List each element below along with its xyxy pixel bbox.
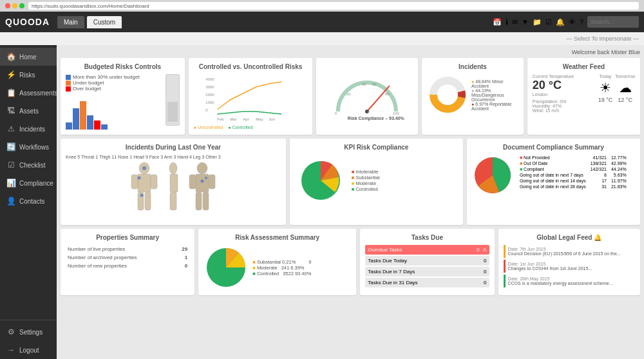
svg-rect-37: [189, 175, 196, 189]
checklist-icon[interactable]: ☑: [545, 18, 552, 26]
folder-icon[interactable]: 📁: [533, 18, 542, 26]
doc-row-outofdate: ■ Out Of Date 138/321 42.99%: [518, 160, 629, 166]
feed-item-2: Date: 26th May 2015 CCOS is a mandatory …: [504, 275, 636, 287]
kpi-legend-substantial: ■ Substantial: [352, 175, 380, 180]
incidents-donut-svg: [427, 74, 469, 116]
search-input[interactable]: [587, 16, 639, 28]
incidents-card: Incidents ● 48.84% Minor Accident: [422, 58, 524, 135]
sidebar-item-assets[interactable]: 🏗 Assets: [0, 102, 57, 120]
tab-custom[interactable]: Custom: [87, 16, 122, 28]
bell-icon[interactable]: 🔔: [556, 18, 565, 26]
controlled-vs-title: Controlled vs. Uncontrolled Risks: [194, 63, 308, 70]
doc-row-compliant: ■ Compliant 142/321 44.24%: [518, 166, 629, 172]
eye-icon[interactable]: 👁: [569, 18, 576, 26]
kpi-legend-controlled: ■ Controlled: [352, 186, 380, 192]
dashboard-row3: Properties Summary Number of live proper…: [61, 229, 640, 295]
task-31days[interactable]: Tasks Due in 31 Days 0: [365, 278, 489, 287]
body-front-svg: [129, 162, 160, 220]
sidebar-item-compliance[interactable]: 📊 Compliance: [0, 174, 57, 192]
incidents-icon: ⚠: [6, 124, 15, 133]
workflows-icon: 🔄: [6, 142, 15, 151]
maximize-dot[interactable]: [19, 3, 24, 8]
welcome-bar: Welcome back Mister Blue: [61, 49, 640, 55]
sidebar-item-settings[interactable]: ⚙ Settings: [0, 323, 57, 341]
task-today[interactable]: Tasks Due Today 0: [365, 256, 489, 266]
url-bar[interactable]: https://sudo.quoodasandbox.com/Home/Dash…: [28, 2, 639, 10]
svg-text:May: May: [256, 117, 263, 121]
svg-text:40: 40: [362, 82, 366, 86]
risk-assessment-title: Risk Assessment Summary: [204, 234, 351, 241]
sidebar-item-logout[interactable]: → Logout: [0, 341, 57, 359]
svg-rect-25: [131, 175, 138, 189]
sidebar-item-workflows[interactable]: 🔄 Workflows: [0, 138, 57, 156]
properties-card: Properties Summary Number of live proper…: [61, 229, 194, 295]
help-icon[interactable]: ?: [580, 18, 583, 26]
body-back-svg: [187, 162, 218, 220]
svg-rect-39: [196, 192, 202, 210]
sidebar-item-checklist[interactable]: ☑ Checklist: [0, 156, 57, 174]
svg-text:Jun: Jun: [269, 117, 275, 121]
checklist-icon: ☑: [6, 160, 15, 170]
sidebar-item-contacts[interactable]: 👤 Contacts: [0, 192, 57, 210]
svg-text:Risk Compliance – 93.40%: Risk Compliance – 93.40%: [348, 116, 405, 121]
svg-text:0: 0: [205, 108, 208, 112]
sidebar-item-risks[interactable]: ⚡ Risks: [0, 66, 57, 84]
minimize-dot[interactable]: [12, 3, 17, 8]
browser-chrome: https://sudo.quoodasandbox.com/Home/Dash…: [0, 0, 644, 12]
uncontrolled-legend: ● Uncontrolled: [194, 125, 223, 130]
risk-row-controlled: ■ Controlled 3522 93.40%: [252, 271, 311, 277]
gauge-svg: 0 20 40 60 80 100 Risk Compliance – 93.4…: [321, 63, 413, 121]
task-overdue[interactable]: Overdue Tasks 0 ⚠: [365, 245, 489, 255]
document-compliance-title: Document Compliance Summary: [472, 144, 635, 151]
calendar-icon[interactable]: 📅: [493, 18, 502, 26]
incidents-year-card: Incidents During Last One Year Knee 5 Th…: [61, 139, 286, 225]
filter-icon[interactable]: ▼: [522, 18, 529, 26]
svg-text:4000: 4000: [205, 77, 214, 81]
task-7days[interactable]: Tasks Due in 7 Days 0: [365, 267, 489, 277]
dashboard-content: Welcome back Mister Blue Budgeted Risks …: [57, 45, 644, 359]
svg-rect-38: [209, 175, 215, 189]
legal-feed-card: Global Legal Feed 🔔 Date: 7th Jun 2015 C…: [498, 229, 641, 295]
svg-text:2000: 2000: [205, 93, 214, 97]
contacts-icon: 👤: [6, 197, 15, 206]
doc-row-14days: Going out of date in next 14 days 17 11.…: [518, 178, 629, 184]
svg-text:100: 100: [393, 112, 400, 115]
svg-text:60: 60: [372, 82, 377, 86]
close-dot[interactable]: [5, 3, 10, 8]
info-icon[interactable]: ℹ: [506, 18, 508, 26]
risk-assessment-card: Risk Assessment Summary ■ Substantial 9 …: [198, 229, 356, 295]
mail-icon[interactable]: ✉: [512, 18, 518, 26]
weather-title: Weather Feed: [533, 63, 635, 70]
doc-row-28days: Going out of date in next 28 days 31 21.…: [518, 184, 629, 189]
svg-rect-34: [170, 192, 176, 210]
tasks-card: Tasks Due Overdue Tasks 0 ⚠ Tasks Due To…: [360, 229, 494, 295]
legend-over: Over budget: [66, 86, 162, 92]
legend-over30: More than 30% under budget: [66, 74, 162, 80]
svg-text:Apr: Apr: [243, 117, 249, 121]
incidents-legend-minor: ● 48.84% Minor Accident: [471, 79, 518, 88]
kpi-pie-svg: [295, 155, 346, 206]
svg-point-11: [365, 110, 369, 113]
svg-rect-40: [203, 192, 209, 210]
sidebar-item-assessments[interactable]: 📋 Assessments: [0, 84, 57, 102]
document-compliance-card: Document Compliance Summary ■ Not Provid…: [467, 139, 640, 225]
dashboard-row2: Incidents During Last One Year Knee 5 Th…: [61, 139, 640, 225]
svg-text:80: 80: [385, 92, 390, 96]
logo: QUOODA: [5, 17, 50, 27]
risk-row-substantial: ■ Substantial 9 0.21%: [252, 259, 311, 265]
sidebar-item-home[interactable]: 🏠 Home: [0, 48, 57, 66]
legend-under: Under budget: [66, 80, 162, 86]
incidents-legend-report: ● 6.97% Reportable Accident: [471, 102, 518, 111]
svg-line-10: [367, 86, 390, 112]
kpi-legend-intolerable: ■ Intolerable: [352, 169, 380, 175]
properties-table: Number of live properties 29 Number of a…: [66, 245, 189, 270]
kpi-card: KPI Risk Compliance ■ Intolerable ■ Subs…: [290, 139, 463, 225]
incidents-title: Incidents: [427, 63, 518, 70]
doc-row-7days: Going out of date in next 7 days 8 5.63%: [518, 172, 629, 178]
line-chart-svg: 4000 3000 2000 1000 0 Feb Mar Apr May Ju…: [194, 74, 308, 122]
svg-rect-36: [196, 174, 209, 192]
sidebar-item-incidents[interactable]: ⚠ Incidents: [0, 120, 57, 138]
budgeted-risks-card: Budgeted Risks Controls More than 30% un…: [61, 58, 185, 135]
tab-main[interactable]: Main: [57, 16, 84, 28]
svg-text:1000: 1000: [205, 101, 214, 104]
